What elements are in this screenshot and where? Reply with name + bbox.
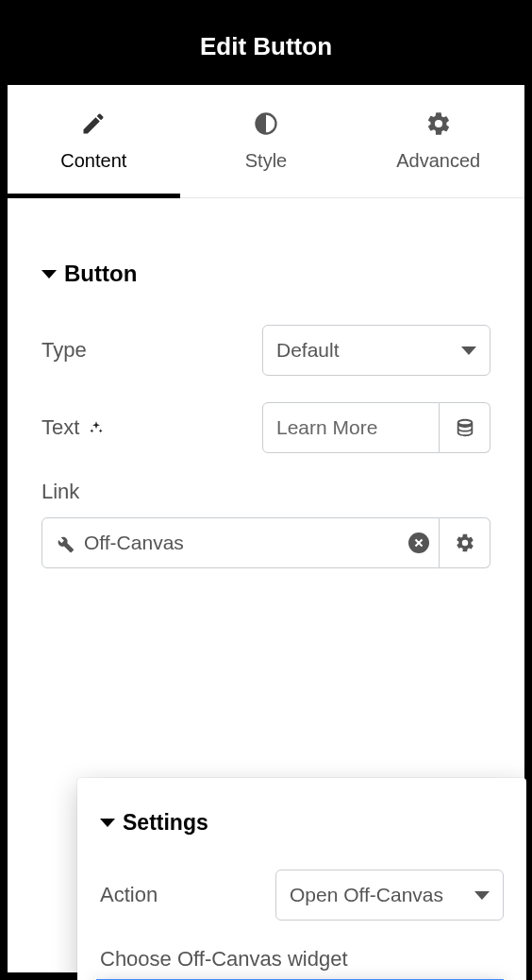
row-type: Type Default (42, 325, 490, 376)
gear-icon (425, 110, 452, 137)
link-label-text: Link (42, 480, 79, 504)
action-label-text: Action (100, 883, 158, 907)
panel-title-text: Edit Button (200, 32, 332, 61)
caret-down-icon (100, 819, 115, 827)
link-input-value: Off-Canvas (84, 532, 184, 554)
choose-widget-label: Choose Off-Canvas widget (100, 947, 504, 972)
tab-style-label: Style (245, 150, 287, 172)
text-input-value: Learn More (276, 416, 377, 439)
text-label: Text (42, 415, 104, 440)
content-panel: Button Type Default Text Learn More (8, 198, 524, 972)
ai-sparkle-icon[interactable] (89, 420, 104, 435)
text-input-group: Learn More (262, 402, 490, 453)
choose-widget-label-text: Choose Off-Canvas widget (100, 947, 348, 971)
type-label: Type (42, 338, 87, 363)
text-input[interactable]: Learn More (262, 402, 440, 453)
tab-content-label: Content (60, 150, 126, 172)
clear-link-button[interactable] (408, 532, 429, 553)
row-link: Link Off-Canvas (42, 480, 490, 568)
settings-title: Settings (123, 810, 208, 836)
row-text: Text Learn More (42, 402, 490, 453)
link-label: Link (42, 480, 490, 504)
action-label: Action (100, 883, 158, 907)
section-button-header[interactable]: Button (42, 261, 490, 287)
tab-advanced[interactable]: Advanced (352, 85, 524, 197)
wrench-icon (54, 532, 75, 553)
settings-header[interactable]: Settings (100, 810, 504, 836)
type-select-value: Default (276, 339, 340, 362)
chevron-down-icon (474, 891, 490, 900)
link-input[interactable]: Off-Canvas (42, 517, 440, 568)
contrast-icon (253, 110, 279, 137)
section-button-title: Button (64, 261, 137, 287)
action-select[interactable]: Open Off-Canvas (275, 870, 504, 921)
action-select-value: Open Off-Canvas (290, 884, 443, 906)
text-label-text: Text (42, 415, 79, 440)
link-input-group: Off-Canvas (42, 517, 490, 568)
caret-down-icon (42, 270, 57, 279)
type-label-text: Type (42, 338, 87, 363)
tab-content[interactable]: Content (8, 85, 180, 197)
dynamic-tags-button[interactable] (440, 402, 490, 453)
tab-advanced-label: Advanced (396, 150, 480, 172)
type-select[interactable]: Default (262, 325, 490, 376)
link-settings-popover: Settings Action Open Off-Canvas Choose O… (77, 778, 526, 980)
panel-title: Edit Button (8, 8, 524, 85)
tabs: Content Style Advanced (8, 85, 524, 198)
link-options-button[interactable] (440, 517, 490, 568)
database-icon (455, 417, 475, 438)
tab-style[interactable]: Style (180, 85, 353, 197)
row-action: Action Open Off-Canvas (100, 870, 504, 921)
gear-icon (455, 532, 475, 553)
chevron-down-icon (461, 346, 476, 355)
pencil-icon (80, 110, 107, 137)
